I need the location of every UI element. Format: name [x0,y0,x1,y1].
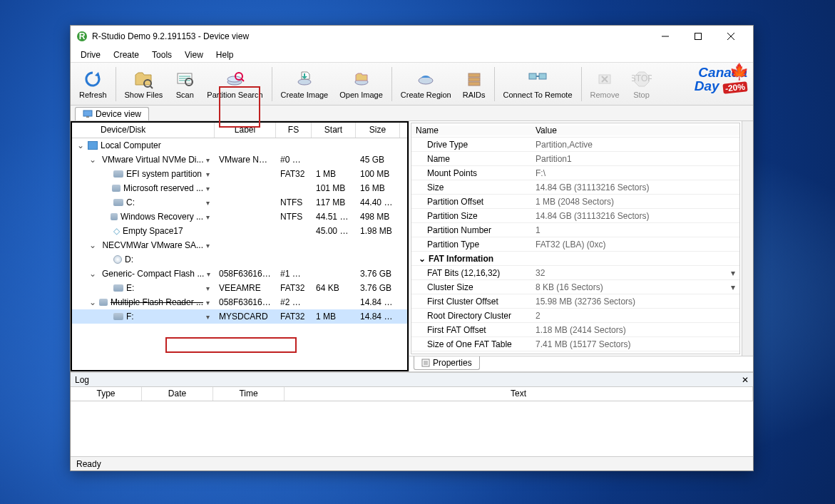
toolbar-cregion-button[interactable]: Create Region [395,64,457,104]
property-row[interactable]: Partition Size14.84 GB (31113216 Sectors… [411,209,739,223]
toolbar-showfiles-button[interactable]: Show Files [119,64,169,104]
property-row[interactable]: Partition Number1 [411,223,739,237]
properties-body[interactable]: Name Value Drive TypePartition,ActiveNam… [411,123,740,354]
toolbar-scan-button[interactable]: Scan [168,64,201,104]
tab-device-view[interactable]: Device view [75,107,149,120]
property-row[interactable]: Cluster Size8 KB (16 Sectors)▾ [411,280,739,294]
col-label[interactable]: Label [215,123,276,138]
tree-row[interactable]: ◇Empty Space1745.00 GB1.98 MB [72,224,407,238]
log-col-time[interactable]: Time [213,387,285,401]
tree-row[interactable]: ⌄Local Computer [72,138,407,153]
dropdown-icon[interactable]: ▾ [206,185,210,192]
device-start: 1 MB [312,312,356,322]
dropdown-icon[interactable]: ▾ [207,270,210,278]
dropdown-icon[interactable]: ▾ [731,268,735,278]
tree-row[interactable]: ⌄Generic- Compact Flash ...▾058F63616470… [72,267,407,281]
device-tree[interactable]: ⌄Local Computer⌄VMware Virtual NVMe Di..… [72,138,407,370]
device-size: 498 MB [356,212,400,222]
promo-banner[interactable]: 🍁 Canada Day -20% [695,66,747,93]
dropdown-icon[interactable]: ▾ [206,170,210,178]
toolbar-psearch-button[interactable]: Partition Search [201,64,268,104]
tree-row[interactable]: E:▾VEEAMREFAT3264 KB3.76 GB [72,281,407,295]
tree-row[interactable]: EFI system partition▾FAT321 MB100 MB [72,167,407,181]
menu-create[interactable]: Create [108,48,145,61]
col-start[interactable]: Start [312,123,356,138]
log-body[interactable] [71,401,753,456]
property-row[interactable]: Size14.84 GB (31113216 Sectors) [411,180,739,195]
expand-icon[interactable]: ⌄ [89,240,96,250]
dropdown-icon[interactable]: ▾ [206,242,210,250]
property-value: 15.98 MB (32736 Sectors) [533,297,739,307]
expand-icon[interactable]: ⌄ [76,140,85,150]
menu-drive[interactable]: Drive [75,48,106,61]
property-row[interactable]: FAT Bits (12,16,32)32▾ [411,266,739,280]
property-row[interactable]: NamePartition1 [411,152,739,166]
property-row[interactable]: Size of One FAT Table7.41 MB (15177 Sect… [411,337,739,351]
menu-view[interactable]: View [179,48,209,61]
property-row[interactable]: Mount PointsF:\ [411,166,739,180]
property-row[interactable]: First Cluster Offset15.98 MB (32736 Sect… [411,294,739,309]
remote-icon [528,69,548,89]
dropdown-icon[interactable]: ▾ [206,199,210,207]
tab-properties[interactable]: Properties [414,356,480,370]
svg-rect-23 [529,73,536,79]
dropdown-icon[interactable]: ▾ [206,313,210,321]
property-row[interactable]: Partition TypeFAT32 (LBA) (0xc) [411,237,739,252]
log-pane: Log ✕ Type Date Time Text [71,372,753,456]
device-start: 64 KB [312,283,356,293]
tree-row[interactable]: D: [72,252,407,267]
device-fs: NTFS [276,212,312,222]
expand-icon[interactable]: ⌄ [89,155,96,165]
device-tree-header: Device/Disk Label FS Start Size [72,123,407,138]
property-row[interactable]: Root Directory Cluster2 [411,309,739,323]
titlebar[interactable]: R R-Studio Demo 9.2.191153 - Device view [71,26,753,47]
property-group[interactable]: ⌄FAT Information [411,252,739,266]
device-name: E: [126,283,134,293]
col-device[interactable]: Device/Disk [72,123,215,138]
col-fs[interactable]: FS [276,123,312,138]
close-button[interactable] [714,26,747,47]
remove-icon [595,69,615,89]
toolbar-oimage-button[interactable]: Open Image [334,64,389,104]
property-value: FAT32 (LBA) (0xc) [533,240,739,250]
dropdown-icon[interactable]: ▾ [206,299,210,307]
device-label: VEEAMRE [215,283,276,293]
tree-row[interactable]: ⌄VMware Virtual NVMe Di...▾VMware NVM...… [72,153,407,167]
dropdown-icon[interactable]: ▾ [206,284,210,292]
property-row[interactable]: Drive TypePartition,Active [411,138,739,152]
tree-row[interactable]: F:▾MYSDCARDFAT321 MB14.84 GB [72,309,407,324]
tree-row[interactable]: ⌄NECVMWar VMware SA...▾ [72,238,407,252]
dropdown-icon[interactable]: ▾ [206,156,210,164]
property-row[interactable]: Partition Offset1 MB (2048 Sectors) [411,195,739,209]
dropdown-icon[interactable]: ▾ [206,213,210,221]
tree-row[interactable]: Microsoft reserved ...▾101 MB16 MB [72,181,407,195]
minimize-button[interactable] [649,26,682,47]
device-name: F: [126,312,134,322]
col-size[interactable]: Size [356,123,400,138]
scrollbar[interactable] [742,121,753,356]
log-close-button[interactable]: ✕ [742,375,749,385]
tree-row[interactable]: ⌄Multiple Flash Reader ...▾058F63616471#… [72,295,407,309]
toolbar-cimage-button[interactable]: Create Image [275,64,334,104]
device-name: Microsoft reserved ... [123,183,203,193]
device-fs: FAT32 [276,169,312,179]
app-icon: R [76,31,88,42]
expand-icon[interactable]: ⌄ [419,254,426,264]
toolbar-refresh-button[interactable]: Refresh [73,64,113,104]
dropdown-icon[interactable]: ▾ [731,282,735,292]
property-row[interactable]: First FAT Offset1.18 MB (2414 Sectors) [411,323,739,337]
toolbar-raids-button[interactable]: RAIDs [457,64,491,104]
tree-row[interactable]: Windows Recovery ...▾NTFS44.51 GB498 MB [72,210,407,224]
svg-rect-20 [468,73,480,77]
log-col-type[interactable]: Type [71,387,142,401]
menu-help[interactable]: Help [210,48,240,61]
expand-icon[interactable]: ⌄ [89,269,96,279]
menu-tools[interactable]: Tools [146,48,178,61]
maximize-button[interactable] [682,26,714,47]
log-col-text[interactable]: Text [285,387,753,401]
properties-tabs: Properties [409,356,753,371]
tree-row[interactable]: C:▾NTFS117 MB44.40 GB [72,195,407,210]
log-col-date[interactable]: Date [142,387,213,401]
expand-icon[interactable]: ⌄ [89,297,96,307]
toolbar-remote-button[interactable]: Connect To Remote [498,64,578,104]
